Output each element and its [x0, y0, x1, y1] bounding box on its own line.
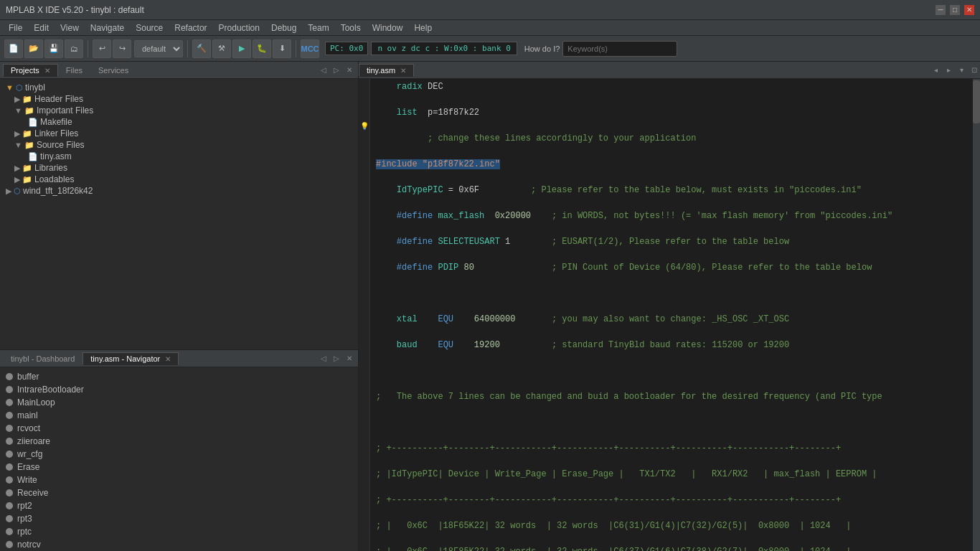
tree-root-tinybl[interactable]: ▼ ⬡ tinybl	[0, 82, 358, 93]
scroll-right-button[interactable]: ▸	[943, 65, 954, 76]
left-panel: Projects ✕ Files Services ◁ ▷ ✕ ▼ ⬡ tiny…	[0, 62, 359, 551]
nav-mainloop[interactable]: MainLoop	[6, 396, 352, 409]
menu-debug[interactable]: Debug	[265, 22, 302, 34]
nav-mainl[interactable]: mainl	[6, 409, 352, 422]
menu-refactor[interactable]: Refactor	[169, 22, 212, 34]
menu-file[interactable]: File	[3, 22, 28, 34]
left-bottom: tinybl - Dashboard tiny.asm - Navigator …	[0, 350, 358, 551]
maximize-panel-button[interactable]: ▷	[331, 65, 342, 76]
tree-loadables[interactable]: ▶ 📁 Loadables	[0, 174, 358, 185]
redo-button[interactable]: ↪	[113, 39, 131, 58]
tree-important-files[interactable]: ▼ 📁 Important Files	[0, 105, 358, 116]
close-projects-tab[interactable]: ✕	[44, 67, 50, 75]
tab-tinyasm[interactable]: tiny.asm ✕	[359, 64, 414, 77]
open-button[interactable]: 📂	[24, 39, 43, 58]
nav-bullet	[6, 476, 13, 484]
nav-erase[interactable]: Erase	[6, 461, 352, 474]
code-line-19: ; | 0x6C |18F85K22| 32 words | 32 words …	[376, 545, 974, 551]
close-asm-tab[interactable]: ✕	[400, 67, 406, 75]
code-line-5: IdTypePIC = 0x6F ; Please refer to the t…	[376, 184, 974, 197]
nav-receive[interactable]: Receive	[6, 486, 352, 499]
restore-button[interactable]: ◁	[318, 65, 329, 76]
code-line-18: ; | 0x6C |18F65K22| 32 words | 32 words …	[376, 519, 974, 532]
tree-source-files[interactable]: ▼ 📁 Source Files	[0, 139, 358, 151]
menu-window[interactable]: Window	[367, 22, 409, 34]
code-line-1: radix DEC	[376, 80, 974, 93]
folder-icon2: 📁	[24, 106, 34, 116]
nav-rcvoct[interactable]: rcvoct	[6, 422, 352, 435]
code-line-13: ; The above 7 lines can be changed and b…	[376, 390, 974, 403]
clean-build-button[interactable]: ⚒	[212, 39, 231, 58]
menu-team[interactable]: Team	[302, 22, 334, 34]
main-layout: Projects ✕ Files Services ◁ ▷ ✕ ▼ ⬡ tiny…	[0, 62, 980, 551]
tab-services[interactable]: Services	[90, 64, 136, 76]
tab-projects[interactable]: Projects ✕	[3, 64, 58, 77]
top-panel-controls: ◁ ▷ ✕	[318, 65, 355, 76]
tab-dashboard[interactable]: tinybl - Dashboard	[3, 352, 83, 364]
minimize-button[interactable]: ─	[936, 5, 946, 15]
left-top: Projects ✕ Files Services ◁ ▷ ✕ ▼ ⬡ tiny…	[0, 62, 358, 350]
code-line-9	[376, 287, 974, 300]
undo-button[interactable]: ↩	[93, 39, 111, 58]
maximize-button[interactable]: □	[950, 5, 960, 15]
expand-icon3: ▼	[14, 106, 22, 115]
code-editor[interactable]: 💡 radix DEC list p=18f87k22 ; change the…	[359, 79, 980, 551]
editor-scrollbar-v[interactable]	[973, 79, 980, 551]
menu-edit[interactable]: Edit	[28, 22, 55, 34]
tab-list-button[interactable]: ▾	[956, 65, 967, 76]
nav-rpt2[interactable]: rpt2	[6, 499, 352, 512]
nav-ziieroare[interactable]: ziieroare	[6, 435, 352, 448]
program-button[interactable]: ⬇	[273, 39, 291, 58]
close-navigator-tab[interactable]: ✕	[165, 355, 171, 363]
new-project-button[interactable]: 📄	[4, 39, 23, 58]
code-line-6: #define max_flash 0x20000 ; in WORDS, no…	[376, 209, 974, 222]
editor-scroll-thumb[interactable]	[973, 80, 980, 123]
sep3	[296, 40, 296, 57]
nav-rptc[interactable]: rptc	[6, 525, 352, 538]
nav-notrcv[interactable]: notrcv	[6, 538, 352, 551]
tree-makefile[interactable]: 📄 Makefile	[0, 116, 358, 128]
menu-tools[interactable]: Tools	[335, 22, 367, 34]
tree-linker-files[interactable]: ▶ 📁 Linker Files	[0, 128, 358, 139]
nav-rpt3[interactable]: rpt3	[6, 512, 352, 525]
tab-files[interactable]: Files	[58, 64, 90, 76]
restore-bottom-button[interactable]: ◁	[318, 353, 329, 364]
debug-button[interactable]: 🐛	[253, 39, 271, 58]
save-button[interactable]: 💾	[44, 39, 63, 58]
save-all-button[interactable]: 🗂	[65, 39, 83, 58]
scroll-left-button[interactable]: ◂	[930, 65, 941, 76]
tree-tiny-asm[interactable]: 📄 tiny.asm	[0, 151, 358, 162]
tab-navigator[interactable]: tiny.asm - Navigator ✕	[83, 352, 179, 365]
toolbar-undo-group: ↩ ↪	[93, 39, 131, 58]
expand-icon8: ▶	[6, 187, 11, 196]
run-button[interactable]: ▶	[232, 39, 251, 58]
menu-help[interactable]: Help	[408, 22, 438, 34]
folder-icon3: 📁	[22, 129, 32, 138]
menu-view[interactable]: View	[55, 22, 85, 34]
nav-intrarebootloader[interactable]: IntrareBootloader	[6, 383, 352, 396]
search-input[interactable]	[562, 41, 677, 57]
expand-icon: ▼	[6, 83, 14, 92]
nav-write[interactable]: Write	[6, 474, 352, 486]
code-line-14	[376, 416, 974, 429]
mcc-button[interactable]: MCC	[301, 39, 319, 58]
close-bottom-button[interactable]: ✕	[344, 353, 355, 364]
menu-production[interactable]: Production	[213, 22, 265, 34]
tree-wind-project[interactable]: ▶ ⬡ wind_tft_18f26k42	[0, 185, 358, 197]
tree-libraries[interactable]: ▶ 📁 Libraries	[0, 162, 358, 174]
build-button[interactable]: 🔨	[192, 39, 211, 58]
tree-header-files[interactable]: ▶ 📁 Header Files	[0, 93, 358, 105]
project-dropdown[interactable]: default	[134, 40, 183, 57]
nav-wrcfg[interactable]: wr_cfg	[6, 448, 352, 461]
code-line-10: xtal EQU 64000000 ; you may also want to…	[376, 313, 974, 326]
code-content[interactable]: radix DEC list p=18f87k22 ; change these…	[370, 79, 980, 551]
close-panel-button[interactable]: ✕	[344, 65, 355, 76]
maximize-editor-button[interactable]: ⊡	[969, 65, 980, 76]
menu-source[interactable]: Source	[130, 22, 169, 34]
nav-buffer[interactable]: buffer	[6, 370, 352, 383]
nav-bullet	[6, 399, 13, 406]
nav-bullet	[6, 438, 13, 445]
maximize-bottom-button[interactable]: ▷	[331, 353, 342, 364]
close-button[interactable]: ✕	[964, 5, 974, 15]
menu-navigate[interactable]: Navigate	[85, 22, 130, 34]
